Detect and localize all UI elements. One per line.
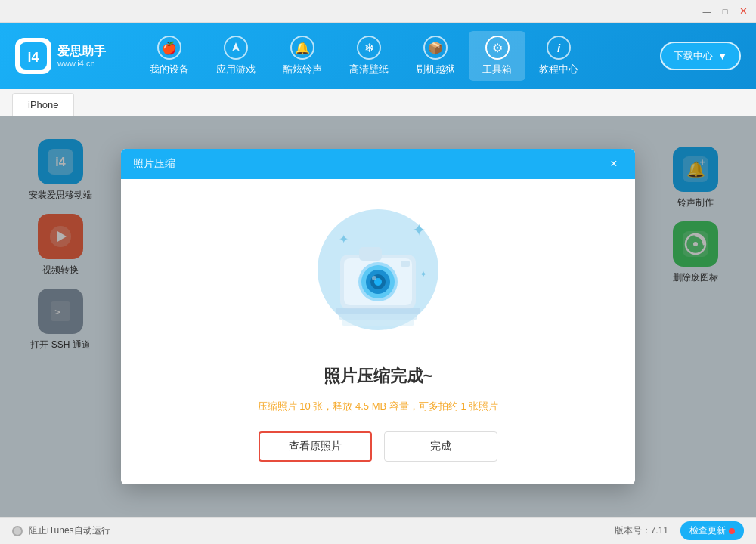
maximize-button[interactable]: □ [718,5,732,18]
nav-item-wallpapers[interactable]: ❄ 高清壁纸 [336,31,402,81]
modal-buttons: 查看原照片 完成 [259,431,497,462]
modal-main-title: 照片压缩完成~ [324,365,433,388]
modal-title: 照片压缩 [133,157,175,171]
logo-icon: i4 [15,38,51,74]
update-label: 检查更新 [689,524,726,537]
close-button[interactable]: ✕ [736,5,750,18]
logo-text: 爱思助手 [57,44,106,60]
view-original-button[interactable]: 查看原照片 [259,431,372,462]
svg-text:✦: ✦ [339,233,349,246]
svg-rect-20 [359,247,382,261]
nav-label-toolbox: 工具箱 [482,63,512,76]
modal-subtitle: 压缩照片 10 张，释放 4.5 MB 容量，可多拍约 1 张照片 [258,400,499,413]
svg-rect-27 [401,261,410,267]
modal-close-button[interactable]: × [605,155,623,173]
nav-label-jailbreak: 刷机越狱 [416,63,455,76]
camera-svg: ✦ ✦ ✦ [302,202,454,353]
nav-item-ringtones[interactable]: 🔔 酷炫铃声 [269,31,336,81]
logo-area: i4 爱思助手 www.i4.cn [15,38,113,74]
iphone-tab[interactable]: iPhone [12,93,74,116]
svg-rect-30 [342,320,414,326]
title-bar: — □ ✕ [0,0,756,23]
nav-label-my-device: 我的设备 [150,63,189,76]
svg-rect-28 [336,308,420,314]
status-dot-icon [12,526,23,536]
info-icon: i [547,36,571,60]
itunes-status-label: 阻止iTunes自动运行 [29,524,110,537]
svg-text:✦: ✦ [412,221,426,240]
download-arrow-icon: ▼ [717,51,727,62]
modal-dialog: 照片压缩 × ✦ ✦ ✦ [121,149,635,484]
apps-icon [224,36,248,60]
apple-icon: 🍎 [157,36,181,60]
svg-text:✦: ✦ [420,269,427,280]
status-bar: 阻止iTunes自动运行 版本号：7.11 检查更新 [0,517,756,544]
svg-rect-29 [339,314,417,320]
toolbox-icon: ⚙ [485,36,510,60]
status-left: 阻止iTunes自动运行 [12,524,110,537]
wallpaper-icon: ❄ [357,36,381,60]
status-right: 版本号：7.11 检查更新 [615,521,744,540]
nav-items: 🍎 我的设备 应用游戏 🔔 酷炫铃声 ❄ 高清壁纸 📦 刷机越狱 ⚙ 工具箱 [136,31,652,81]
nav-label-ringtones: 酷炫铃声 [283,63,322,76]
main-content: i4 安装爱思移动端 视频转换 >_ 打开 SSH 通道 [0,116,756,517]
check-update-button[interactable]: 检查更新 [680,521,744,540]
update-notification-dot [729,528,735,534]
nav-label-apps-games: 应用游戏 [216,63,256,76]
download-label: 下载中心 [674,49,713,63]
modal-overlay: 照片压缩 × ✦ ✦ ✦ [0,116,756,517]
nav-item-apps-games[interactable]: 应用游戏 [203,31,269,81]
done-button[interactable]: 完成 [384,431,497,462]
header: i4 爱思助手 www.i4.cn 🍎 我的设备 应用游戏 🔔 酷炫铃声 ❄ [0,23,756,89]
svg-point-26 [372,276,376,280]
nav-label-tutorials: 教程中心 [539,63,578,76]
modal-header: 照片压缩 × [121,149,635,179]
iphone-tab-label: iPhone [28,99,58,110]
minimize-button[interactable]: — [700,5,714,18]
jailbreak-icon: 📦 [423,36,448,60]
bell-icon: 🔔 [290,36,314,60]
nav-item-my-device[interactable]: 🍎 我的设备 [136,31,203,81]
modal-body: ✦ ✦ ✦ [121,179,635,484]
nav-item-toolbox[interactable]: ⚙ 工具箱 [469,31,525,81]
nav-item-tutorials[interactable]: i 教程中心 [525,31,592,81]
logo-url: www.i4.cn [57,59,106,68]
svg-text:i4: i4 [27,50,39,65]
camera-illustration: ✦ ✦ ✦ [302,202,454,353]
tab-bar: iPhone [0,89,756,116]
download-center-button[interactable]: 下载中心 ▼ [660,42,741,70]
nav-item-jailbreak[interactable]: 📦 刷机越狱 [402,31,469,81]
version-label: 版本号：7.11 [615,524,668,537]
nav-label-wallpapers: 高清壁纸 [349,63,389,76]
